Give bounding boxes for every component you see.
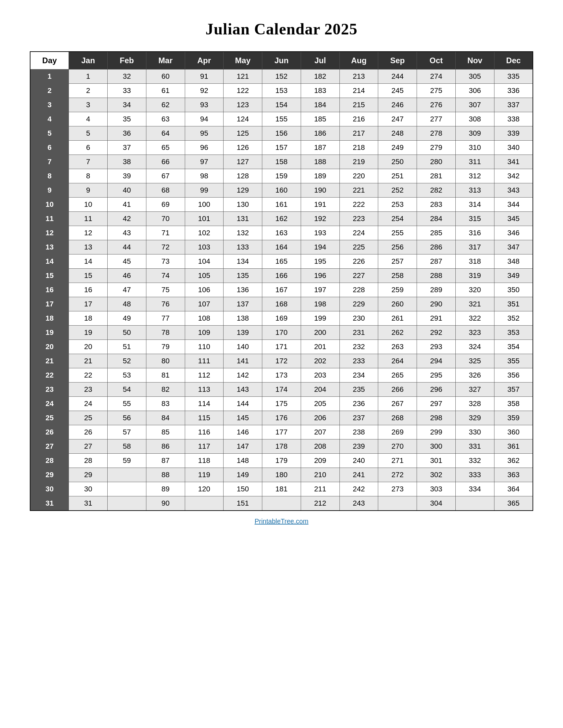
month-cell-jul: 184 <box>301 98 340 112</box>
month-cell-apr: 96 <box>185 141 223 155</box>
day-cell: 25 <box>30 411 69 425</box>
month-cell-mar: 69 <box>146 198 185 212</box>
day-cell: 1 <box>30 69 69 84</box>
month-cell-nov: 322 <box>455 311 494 326</box>
month-cell-jun: 179 <box>262 454 301 468</box>
month-cell-jan: 20 <box>69 340 108 354</box>
month-cell-may: 127 <box>223 155 262 169</box>
header-jun: Jun <box>262 52 301 69</box>
month-cell-apr: 106 <box>185 283 223 297</box>
month-cell-apr: 114 <box>185 397 223 411</box>
day-cell: 26 <box>30 425 69 439</box>
month-cell-apr: 98 <box>185 169 223 183</box>
month-cell-feb: 56 <box>108 411 146 425</box>
month-cell-feb: 42 <box>108 212 146 226</box>
month-cell-feb: 38 <box>108 155 146 169</box>
month-cell-aug: 240 <box>340 454 378 468</box>
table-row: 18184977108138169199230261291322352 <box>30 311 533 326</box>
month-cell-apr: 111 <box>185 354 223 368</box>
month-cell-mar: 88 <box>146 468 185 482</box>
month-cell-oct: 278 <box>417 126 456 141</box>
month-cell-oct: 299 <box>417 425 456 439</box>
month-cell-oct: 292 <box>417 326 456 340</box>
month-cell-feb: 41 <box>108 198 146 212</box>
month-cell-jun: 177 <box>262 425 301 439</box>
month-cell-nov: 306 <box>455 84 494 98</box>
month-cell-sep: 262 <box>378 326 417 340</box>
day-cell: 5 <box>30 126 69 141</box>
month-cell-feb <box>108 468 146 482</box>
month-cell-jan: 23 <box>69 383 108 397</box>
month-cell-jan: 29 <box>69 468 108 482</box>
month-cell-nov: 315 <box>455 212 494 226</box>
month-cell-jun: 162 <box>262 212 301 226</box>
month-cell-sep: 260 <box>378 297 417 311</box>
month-cell-dec: 348 <box>494 254 533 269</box>
month-cell-may: 135 <box>223 269 262 283</box>
month-cell-nov: 314 <box>455 198 494 212</box>
month-cell-jun: 170 <box>262 326 301 340</box>
month-cell-apr: 103 <box>185 240 223 254</box>
month-cell-aug: 219 <box>340 155 378 169</box>
month-cell-mar: 82 <box>146 383 185 397</box>
month-cell-aug: 233 <box>340 354 378 368</box>
day-cell: 28 <box>30 454 69 468</box>
month-cell-nov: 333 <box>455 468 494 482</box>
month-cell-jul: 185 <box>301 112 340 126</box>
month-cell-may: 147 <box>223 439 262 454</box>
month-cell-mar: 83 <box>146 397 185 411</box>
month-cell-dec: 349 <box>494 269 533 283</box>
month-cell-nov: 331 <box>455 439 494 454</box>
month-cell-jul: 199 <box>301 311 340 326</box>
month-cell-may: 121 <box>223 69 262 84</box>
month-cell-jul: 183 <box>301 84 340 98</box>
month-cell-sep: 248 <box>378 126 417 141</box>
month-cell-oct: 287 <box>417 254 456 269</box>
month-cell-oct: 295 <box>417 368 456 383</box>
month-cell-dec: 356 <box>494 368 533 383</box>
month-cell-oct: 275 <box>417 84 456 98</box>
month-cell-aug: 230 <box>340 311 378 326</box>
month-cell-dec: 338 <box>494 112 533 126</box>
month-cell-jun: 168 <box>262 297 301 311</box>
month-cell-dec: 335 <box>494 69 533 84</box>
month-cell-aug: 226 <box>340 254 378 269</box>
table-row: 21215280111141172202233264294325355 <box>30 354 533 368</box>
month-cell-mar: 75 <box>146 283 185 297</box>
day-cell: 16 <box>30 283 69 297</box>
month-cell-nov: 328 <box>455 397 494 411</box>
month-cell-aug: 220 <box>340 169 378 183</box>
day-cell: 6 <box>30 141 69 155</box>
month-cell-oct: 304 <box>417 496 456 511</box>
table-row: 23235482113143174204235266296327357 <box>30 383 533 397</box>
month-cell-may: 123 <box>223 98 262 112</box>
month-cell-jul: 207 <box>301 425 340 439</box>
header-sep: Sep <box>378 52 417 69</box>
month-cell-apr: 100 <box>185 198 223 212</box>
month-cell-sep: 268 <box>378 411 417 425</box>
month-cell-oct: 296 <box>417 383 456 397</box>
day-cell: 22 <box>30 368 69 383</box>
month-cell-sep: 252 <box>378 183 417 198</box>
month-cell-apr: 91 <box>185 69 223 84</box>
month-cell-dec: 343 <box>494 183 533 198</box>
day-cell: 12 <box>30 226 69 240</box>
month-cell-may: 130 <box>223 198 262 212</box>
month-cell-jun: 176 <box>262 411 301 425</box>
day-cell: 15 <box>30 269 69 283</box>
month-cell-aug: 214 <box>340 84 378 98</box>
month-cell-nov: 332 <box>455 454 494 468</box>
month-cell-sep: 249 <box>378 141 417 155</box>
month-cell-mar: 90 <box>146 496 185 511</box>
month-cell-may: 138 <box>223 311 262 326</box>
month-cell-feb: 39 <box>108 169 146 183</box>
footer-link[interactable]: PrintableTree.com <box>255 518 309 525</box>
month-cell-feb <box>108 482 146 496</box>
month-cell-may: 139 <box>223 326 262 340</box>
day-cell: 23 <box>30 383 69 397</box>
month-cell-jul: 189 <box>301 169 340 183</box>
month-cell-jan: 15 <box>69 269 108 283</box>
month-cell-nov: 320 <box>455 283 494 297</box>
month-cell-sep: 261 <box>378 311 417 326</box>
month-cell-jul: 200 <box>301 326 340 340</box>
